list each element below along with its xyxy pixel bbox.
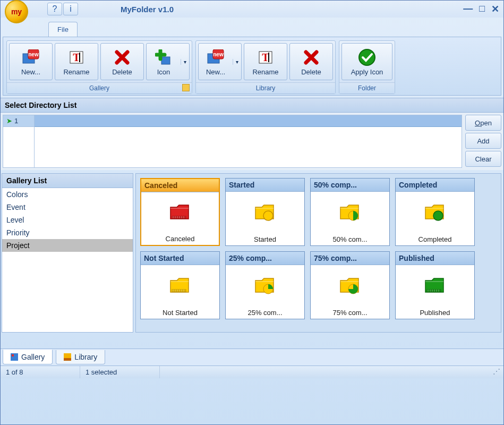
library-rename-button[interactable]: T Rename [244,43,287,80]
directory-row-number-column: ➤ 1 [3,115,35,168]
help-icon[interactable]: ? [47,3,62,15]
tab-library[interactable]: Library [56,350,105,364]
status-count: 1 of 8 [1,366,80,378]
icon-card-label: 50% com... [311,233,389,245]
icon-card-title: Completed [396,178,474,192]
app-logo[interactable]: my [5,0,28,23]
chevron-down-icon[interactable]: ▾ [233,59,241,65]
icon-card[interactable]: 25% comp...25% com... [225,251,305,319]
close-icon[interactable]: ✕ [491,3,499,15]
rename-icon: T [68,48,85,67]
directory-row-1[interactable]: ➤ 1 [3,115,34,127]
icon-card-title: Not Started [141,252,219,265]
new-icon: new [207,48,225,67]
directory-list-grid[interactable] [35,115,462,168]
svg-point-23 [433,211,443,220]
gallery-tab-icon [11,353,18,361]
gallery-delete-button[interactable]: Delete [100,43,144,80]
icon-card[interactable]: StartedStarted [225,178,305,246]
ribbon-group-gallery: new New... T Rename Delete [6,40,192,94]
new-icon: new [22,48,40,67]
resize-grip-icon[interactable]: ⋰ [490,366,503,378]
icon-card[interactable]: PublishedPublished [395,251,475,319]
lower-area: Gallery List ColorsEventLevelPriorityPro… [1,173,503,333]
library-delete-button[interactable]: Delete [289,43,333,80]
ribbon-group-library-label: Library [196,82,335,94]
folder-icon [141,192,219,233]
gallery-list-panel: Gallery List ColorsEventLevelPriorityPro… [2,173,133,333]
delete-icon [303,48,319,67]
status-bar: 1 of 8 1 selected ⋰ [1,366,503,378]
icon-card-label: 25% com... [226,307,304,319]
gallery-list-item[interactable]: Priority [2,226,133,239]
ribbon-group-folder-label: Folder [339,82,395,94]
svg-text:new: new [28,52,39,57]
svg-rect-33 [426,289,441,292]
icon-card-title: 25% comp... [226,252,304,265]
folder-icon [396,192,474,233]
icon-card[interactable]: 75% comp...75% com... [310,251,390,319]
gallery-list-item[interactable]: Project [2,239,133,252]
svg-rect-14 [172,216,186,219]
icon-card-label: Not Started [141,307,219,319]
folder-icon [226,192,304,233]
directory-selected-row[interactable] [35,115,462,127]
folder-icon [311,265,389,307]
ribbon-group-library: new New... ▾ T Rename Delete [195,40,336,94]
plus-icon [155,48,172,67]
chevron-down-icon[interactable]: ▾ [181,59,189,65]
tab-gallery[interactable]: Gallery [3,350,53,364]
gallery-list-header: Gallery List [2,174,133,188]
directory-list-area: ➤ 1 Open Add Clear [1,113,503,170]
svg-rect-6 [161,57,170,64]
tab-library-label: Library [74,353,97,361]
icon-card[interactable]: CanceledCanceled [140,178,220,246]
gallery-list-item[interactable]: Colors [2,188,133,201]
gallery-new-button[interactable]: new New... [9,43,53,80]
icon-grid-panel: CanceledCanceledStartedStarted50% comp..… [135,173,501,333]
open-button[interactable]: Open [465,115,501,131]
ribbon-group-gallery-label: Gallery [89,84,109,92]
tab-gallery-label: Gallery [21,353,45,361]
rename-icon: T [257,48,274,67]
library-tab-icon [64,353,71,361]
gallery-rename-button[interactable]: T Rename [55,43,98,80]
svg-text:new: new [213,52,224,57]
info-icon[interactable]: i [63,3,78,15]
gallery-launcher-icon[interactable] [182,84,190,91]
ribbon: new New... T Rename Delete [3,37,501,96]
status-selected: 1 selected [80,366,160,378]
minimize-icon[interactable]: — [463,3,473,15]
gallery-icon-button[interactable]: Icon ▾ [146,43,190,80]
folder-icon [396,265,474,307]
apply-icon-button[interactable]: Apply Icon [341,43,392,80]
clear-button[interactable]: Clear [465,151,501,167]
folder-icon [311,192,389,233]
icon-card[interactable]: 50% comp...50% com... [310,178,390,246]
svg-point-21 [263,211,273,220]
icon-card-title: 75% comp... [311,252,389,265]
app-title: MyFolder v1.0 [121,5,174,14]
menu-tabs: File [48,22,503,37]
icon-card-title: Started [226,178,304,192]
svg-rect-43 [64,358,71,361]
icon-card-label: Canceled [141,233,219,245]
folder-icon [141,265,219,307]
icon-card-title: 50% comp... [311,178,389,192]
gallery-list-item[interactable]: Level [2,214,133,226]
icon-card[interactable]: Not StartedNot Started [140,251,220,319]
app-window: my ? i MyFolder v1.0 — □ ✕ File new New.… [0,0,504,425]
tab-file[interactable]: File [48,22,78,37]
icon-card[interactable]: CompletedCompleted [395,178,475,246]
title-bar: my ? i MyFolder v1.0 — □ ✕ [1,1,503,18]
gallery-list-item[interactable]: Event [2,201,133,214]
folder-icon [226,265,304,307]
icon-card-label: 75% com... [311,307,389,319]
delete-icon [114,48,130,67]
maximize-icon[interactable]: □ [479,3,485,15]
library-new-button[interactable]: new New... ▾ [198,43,242,80]
icon-card-label: Completed [396,233,474,245]
icon-card-label: Published [396,307,474,319]
icon-card-title: Canceled [141,179,219,192]
add-button[interactable]: Add [465,133,501,149]
